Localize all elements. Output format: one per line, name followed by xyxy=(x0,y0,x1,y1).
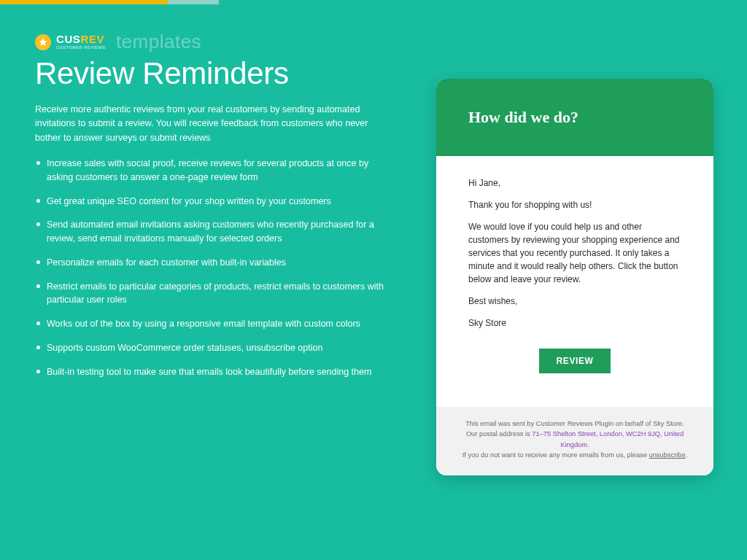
unsubscribe-link[interactable]: unsubscribe xyxy=(649,451,686,459)
email-header: How did we do? xyxy=(436,79,713,156)
page-title: Review Reminders xyxy=(35,58,410,90)
list-item: Get great unique SEO content for your sh… xyxy=(35,195,392,209)
email-footer: This email was sent by Customer Reviews … xyxy=(436,407,713,475)
email-body: Hi Jane, Thank you for shopping with us!… xyxy=(436,156,713,407)
footer-line: Our postal address is 71–75 Shelton Stre… xyxy=(452,429,697,450)
templates-label: templates xyxy=(116,31,201,53)
review-button[interactable]: REVIEW xyxy=(539,349,611,373)
footer-address: 71–75 Shelton Street, London, WC2H 9JQ, … xyxy=(532,430,684,448)
logo-text: CUSREV xyxy=(56,34,106,44)
list-item: Supports custom WooCommerce order status… xyxy=(35,341,392,355)
top-accent-bar xyxy=(0,0,747,4)
content-column: CUSREV CUSTOMER REVIEWS templates Review… xyxy=(35,31,410,475)
email-line: We would love if you could help us and o… xyxy=(468,220,681,286)
logo-subtitle: CUSTOMER REVIEWS xyxy=(56,46,106,50)
brand-row: CUSREV CUSTOMER REVIEWS templates xyxy=(35,31,410,53)
star-icon xyxy=(35,34,51,50)
email-sender: Sky Store xyxy=(468,316,681,330)
email-line: Thank you for shopping with us! xyxy=(468,198,681,211)
logo: CUSREV CUSTOMER REVIEWS xyxy=(35,34,106,50)
list-item: Personalize emails for each customer wit… xyxy=(35,256,392,270)
email-preview-card: How did we do? Hi Jane, Thank you for sh… xyxy=(436,79,713,475)
email-signoff: Best wishes, xyxy=(468,295,681,308)
footer-line: If you do not want to receive any more e… xyxy=(452,450,697,460)
list-item: Restrict emails to particular categories… xyxy=(35,280,392,308)
email-preview-column: How did we do? Hi Jane, Thank you for sh… xyxy=(436,31,713,475)
email-greeting: Hi Jane, xyxy=(468,176,681,190)
list-item: Works out of the box by using a responsi… xyxy=(35,317,392,331)
feature-list: Increase sales with social proof, receiv… xyxy=(35,157,392,378)
list-item: Increase sales with social proof, receiv… xyxy=(35,157,392,184)
footer-line: This email was sent by Customer Reviews … xyxy=(452,419,697,429)
list-item: Send automated email invitations asking … xyxy=(35,218,392,246)
intro-text: Receive more authentic reviews from your… xyxy=(35,103,385,145)
list-item: Built-in testing tool to make sure that … xyxy=(35,365,392,379)
email-subject: How did we do? xyxy=(468,108,681,127)
